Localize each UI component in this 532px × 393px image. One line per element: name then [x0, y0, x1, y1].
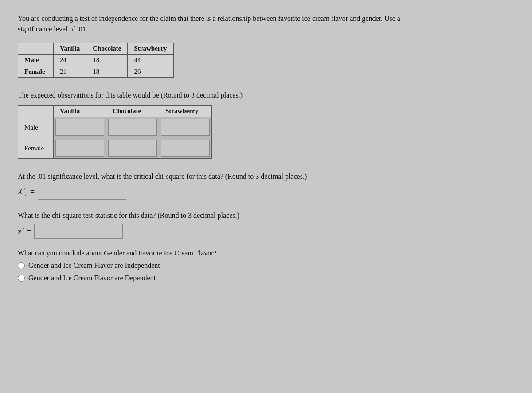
conclusion-label: What can you conclude about Gender and F… [18, 249, 514, 257]
obs-row-male-strawberry: 44 [128, 55, 173, 66]
obs-header-vanilla: Vanilla [54, 43, 86, 55]
intro-text: You are conducting a test of independenc… [18, 13, 417, 35]
obs-header-chocolate: Chocolate [86, 43, 128, 55]
expected-label: The expected observations for this table… [18, 90, 514, 101]
exp-female-chocolate-cell [106, 138, 159, 159]
obs-row-female-strawberry: 26 [128, 66, 173, 78]
radio-independent[interactable] [18, 262, 25, 269]
exp-male-vanilla-cell [54, 117, 106, 138]
radio-option-dependent[interactable]: Gender and Ice Cream Flavor are Dependen… [18, 274, 514, 282]
test-statistic-input[interactable] [34, 224, 123, 239]
obs-row-female-vanilla: 21 [54, 66, 86, 78]
exp-header-blank [18, 106, 54, 117]
radio-dependent[interactable] [18, 275, 25, 282]
exp-male-strawberry-input[interactable] [161, 119, 210, 136]
exp-male-strawberry-cell [159, 117, 212, 138]
critical-chi-input[interactable] [38, 185, 126, 200]
observed-table: Vanilla Chocolate Strawberry Male 24 18 … [18, 43, 174, 78]
exp-female-chocolate-input[interactable] [108, 140, 157, 157]
test-statistic-formula: x2 = [18, 226, 31, 236]
obs-row-female-chocolate: 18 [86, 66, 128, 78]
exp-row-male-label: Male [18, 117, 54, 138]
obs-row-female-label: Female [18, 66, 54, 78]
radio-independent-label: Gender and Ice Cream Flavor are Independ… [28, 262, 160, 270]
exp-male-chocolate-cell [106, 117, 159, 138]
exp-male-chocolate-input[interactable] [108, 119, 157, 136]
test-statistic-label: What is the chi-square test-statistic fo… [18, 210, 514, 221]
obs-header-strawberry: Strawberry [128, 43, 173, 55]
exp-header-chocolate: Chocolate [106, 106, 159, 117]
exp-female-vanilla-cell [54, 138, 106, 159]
critical-chi-formula: X2c = [18, 186, 35, 198]
exp-row-female-label: Female [18, 138, 54, 159]
obs-header-blank [18, 43, 54, 55]
obs-row-male-chocolate: 18 [86, 55, 128, 66]
exp-header-vanilla: Vanilla [54, 106, 106, 117]
expected-table: Vanilla Chocolate Strawberry Male Female [18, 105, 212, 159]
obs-row-male-label: Male [18, 55, 54, 66]
critical-chi-label: At the .01 significance level, what is t… [18, 171, 514, 182]
radio-option-independent[interactable]: Gender and Ice Cream Flavor are Independ… [18, 262, 514, 270]
exp-female-vanilla-input[interactable] [55, 140, 104, 157]
radio-dependent-label: Gender and Ice Cream Flavor are Dependen… [28, 274, 156, 282]
exp-female-strawberry-input[interactable] [161, 140, 210, 157]
exp-male-vanilla-input[interactable] [55, 119, 104, 136]
exp-header-strawberry: Strawberry [159, 106, 212, 117]
obs-row-male-vanilla: 24 [54, 55, 86, 66]
exp-female-strawberry-cell [159, 138, 212, 159]
